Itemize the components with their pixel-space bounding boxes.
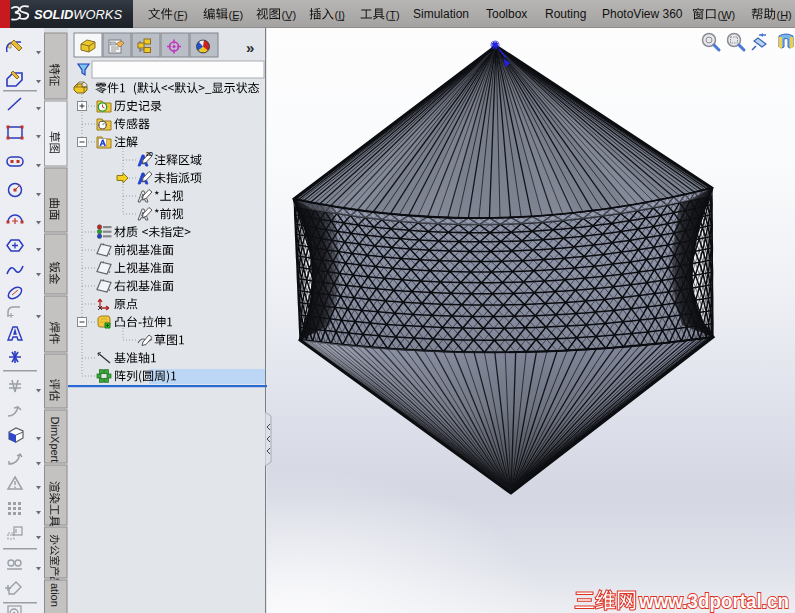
svg-text:(V): (V) — [282, 9, 297, 21]
svg-text:(E): (E) — [229, 9, 244, 21]
svg-text:(T): (T) — [386, 9, 400, 21]
svg-text:2D: 2D — [146, 151, 153, 157]
svg-text:ation: ation — [49, 583, 61, 607]
svg-text:(I): (I) — [335, 9, 345, 21]
svg-text:(F): (F) — [174, 9, 188, 21]
svg-text:(W): (W) — [718, 9, 736, 21]
svg-text:www.3dportal.cn: www.3dportal.cn — [638, 589, 789, 612]
svg-text:(H): (H) — [777, 9, 792, 21]
svg-text:DimXpert: DimXpert — [49, 417, 61, 463]
